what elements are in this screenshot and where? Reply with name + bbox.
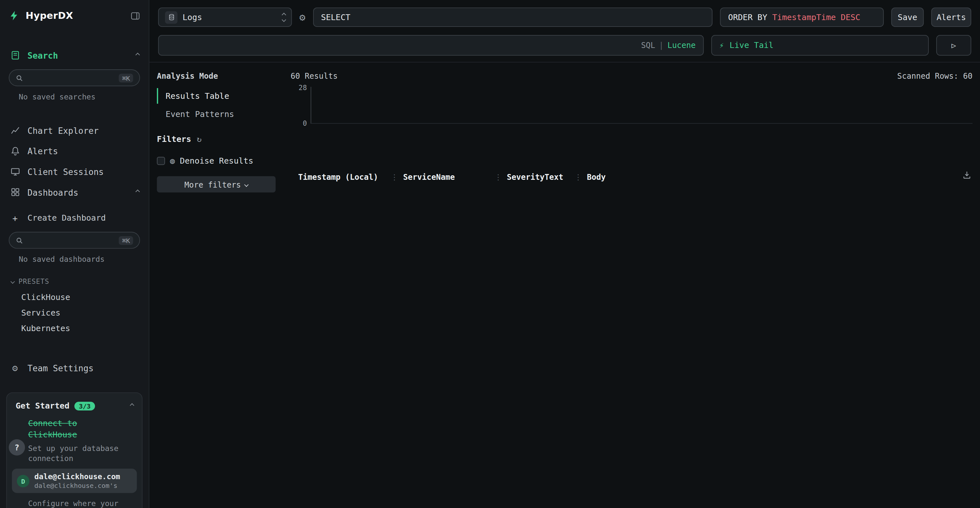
column-header-body[interactable]: Body [587,172,972,181]
no-saved-dashboards-text: No saved dashboards [0,252,149,270]
sql-keyword: SELECT [321,13,351,22]
sidebar-item-label: Team Settings [27,363,94,373]
shortcut-badge: ⌘K [119,236,133,244]
bell-icon [10,146,20,156]
chart-plot[interactable] [310,87,972,124]
presets-toggle[interactable]: PRESETS [0,270,149,289]
sidebar-item-chart-explorer[interactable]: Chart Explorer [0,120,149,141]
table-header: Timestamp (Local)⋮ ServiceName⋮ Severity… [288,170,972,184]
column-header-servicename[interactable]: ServiceName⋮ [403,172,507,181]
sql-keyword: ORDER BY [728,13,767,22]
live-tail-label: Live Tail [730,41,773,50]
account-name: dale@clickhouse.com [34,473,120,482]
lang-divider: | [659,41,664,50]
gear-icon: ⚙ [10,362,20,373]
sidebar-item-label: Alerts [27,146,58,156]
saved-searches-search[interactable]: ⌘K [9,69,140,86]
sidebar-item-label: Client Sessions [27,167,104,176]
sidebar-item-label: Search [27,50,58,60]
database-icon [165,11,178,24]
order-by-input[interactable]: ORDER BY TimestampTime DESC [720,8,884,27]
get-started-title: Get Started [16,401,69,411]
get-started-header[interactable]: Get Started 3/3 [16,401,133,411]
alerts-button[interactable]: Alerts [931,8,971,27]
saved-dashboards-search[interactable]: ⌘K [9,232,140,249]
main-area: Logs ⚙ SELECT ORDER BY TimestampTime DES… [150,0,980,508]
results-histogram: 28 0 [310,87,972,137]
mode-results-table[interactable]: Results Table [157,88,275,104]
filters-panel: Analysis Mode Results Table Event Patter… [150,62,283,508]
get-started-card: Get Started 3/3 Connect to ClickHouse Se… [6,392,142,508]
help-button[interactable]: ? [9,439,25,456]
results-section: 60 Results Scanned Rows: 60 28 0 Timesta… [283,62,980,508]
get-started-progress-badge: 3/3 [75,402,95,410]
preset-item-kubernetes[interactable]: Kubernetes [0,321,149,336]
lang-sql[interactable]: SQL [641,41,655,50]
chevron-down-icon [245,183,248,186]
plus-icon: + [10,213,20,223]
saved-dashboards-input[interactable] [27,236,115,244]
analysis-mode-title: Analysis Mode [157,71,275,81]
account-row[interactable]: D dale@clickhouse.com dale@clickhouse.co… [12,469,137,493]
preset-item-clickhouse[interactable]: ClickHouse [0,289,149,305]
logo-row: HyperDX [0,0,149,31]
brand-name: HyperDX [25,10,73,21]
create-dashboard-button[interactable]: + Create Dashboard [0,207,149,228]
chevron-down-icon [11,279,14,284]
query-language-toggle: SQL | Lucene [641,41,695,50]
source-select[interactable]: Logs [158,8,292,27]
play-button[interactable]: ▷ [936,35,971,56]
denoise-option[interactable]: ◍ Denoise Results [157,154,275,167]
event-search-input[interactable] [166,41,641,50]
denoise-label: Denoise Results [180,156,253,165]
source-label: Logs [183,13,202,22]
preset-item-services[interactable]: Services [0,305,149,321]
results-count: 60 Results [291,71,338,81]
chart-icon [10,126,20,135]
get-started-step-connect[interactable]: Connect to ClickHouse [28,418,103,440]
refresh-icon[interactable]: ↻ [197,135,202,144]
logs-table: Timestamp (Local)⋮ ServiceName⋮ Severity… [288,170,972,508]
live-tail-button[interactable]: ⚡ Live Tail [711,35,929,56]
mode-event-patterns[interactable]: Event Patterns [157,106,275,122]
avatar: D [17,475,30,487]
column-resize-handle[interactable]: ⋮ [390,173,398,181]
more-filters-button[interactable]: More filters [157,176,275,192]
shortcut-badge: ⌘K [119,73,133,82]
select-query-input[interactable]: SELECT [313,8,713,27]
column-resize-handle[interactable]: ⋮ [494,173,502,181]
get-started-step-connect-desc: Set up your database connection [28,443,123,464]
create-dashboard-label: Create Dashboard [27,213,106,222]
column-header-severitytext[interactable]: SeverityText⋮ [507,172,587,181]
lang-lucene[interactable]: Lucene [667,41,695,50]
sidebar-item-search[interactable]: Search [0,45,149,66]
monitor-icon [10,167,20,176]
checkbox[interactable] [157,157,165,165]
event-search[interactable]: SQL | Lucene [158,35,704,56]
download-icon[interactable] [963,170,971,179]
account-subtitle: dale@clickhouse.com's [34,482,120,489]
sidebar-item-alerts[interactable]: Alerts [0,141,149,161]
chevron-up-icon [135,190,139,194]
sidebar-item-client-sessions[interactable]: Client Sessions [0,161,149,182]
saved-searches-input[interactable] [27,73,115,82]
filters-title: Filters [157,135,191,144]
select-chevrons-icon [282,14,285,21]
presets-label: PRESETS [19,277,49,286]
sidebar-item-dashboards[interactable]: Dashboards [0,182,149,203]
y-axis-max-label: 28 [290,84,307,92]
sidebar: HyperDX Search ⌘K No saved searches Cha [0,0,150,508]
save-button[interactable]: Save [891,8,924,27]
no-saved-searches-text: No saved searches [0,90,149,108]
search-journal-icon [10,51,20,60]
column-resize-handle[interactable]: ⋮ [574,173,582,181]
sidebar-collapse-icon[interactable] [130,11,140,21]
lightning-icon: ⚡ [719,41,724,49]
column-header-timestamp[interactable]: Timestamp (Local)⋮ [298,172,403,181]
y-axis-min-label: 0 [290,119,307,127]
sidebar-item-team-settings[interactable]: ⚙ Team Settings [0,357,149,378]
scanned-rows: Scanned Rows: 60 [897,71,972,81]
grid-icon [10,187,20,197]
hyperdx-logo-icon [9,10,20,21]
gear-icon[interactable]: ⚙ [299,11,305,23]
